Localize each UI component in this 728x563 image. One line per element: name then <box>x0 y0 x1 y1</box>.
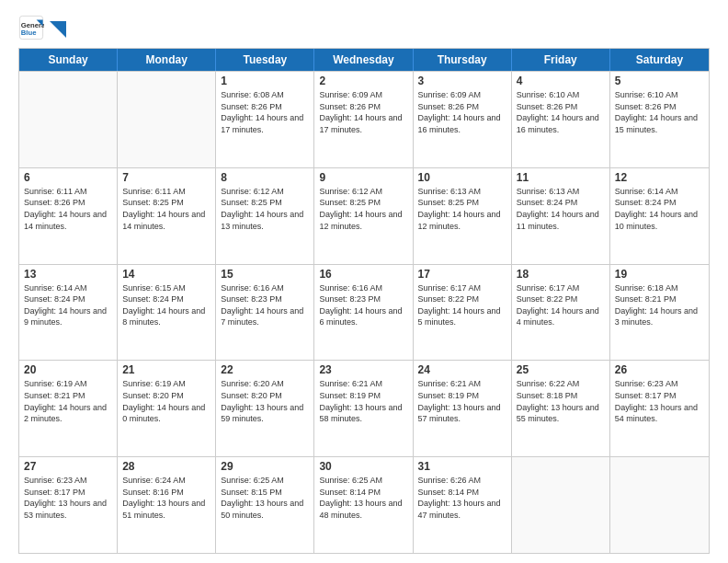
calendar-day-1: 1Sunrise: 6:08 AM Sunset: 8:26 PM Daylig… <box>216 72 314 167</box>
calendar-day-3: 3Sunrise: 6:09 AM Sunset: 8:26 PM Daylig… <box>414 72 512 167</box>
day-number: 6 <box>24 171 112 184</box>
calendar-day-27: 27Sunrise: 6:23 AM Sunset: 8:17 PM Dayli… <box>19 457 118 553</box>
calendar-day-23: 23Sunrise: 6:21 AM Sunset: 8:19 PM Dayli… <box>314 361 413 456</box>
day-info: Sunrise: 6:25 AM Sunset: 8:14 PM Dayligh… <box>319 475 407 521</box>
day-info: Sunrise: 6:14 AM Sunset: 8:24 PM Dayligh… <box>615 186 704 232</box>
day-info: Sunrise: 6:24 AM Sunset: 8:16 PM Dayligh… <box>122 475 210 521</box>
header-day-tuesday: Tuesday <box>216 49 314 71</box>
day-info: Sunrise: 6:12 AM Sunset: 8:25 PM Dayligh… <box>319 186 407 232</box>
calendar-day-2: 2Sunrise: 6:09 AM Sunset: 8:26 PM Daylig… <box>314 72 413 167</box>
calendar-week-2: 6Sunrise: 6:11 AM Sunset: 8:26 PM Daylig… <box>19 167 709 264</box>
calendar-day-empty <box>610 457 709 553</box>
day-info: Sunrise: 6:16 AM Sunset: 8:23 PM Dayligh… <box>319 282 407 328</box>
day-info: Sunrise: 6:21 AM Sunset: 8:19 PM Dayligh… <box>418 378 506 424</box>
calendar-day-9: 9Sunrise: 6:12 AM Sunset: 8:25 PM Daylig… <box>314 168 413 264</box>
logo-icon: General Blue <box>18 15 44 40</box>
day-number: 28 <box>122 460 210 473</box>
day-number: 4 <box>517 75 605 87</box>
header-day-saturday: Saturday <box>610 49 709 71</box>
calendar-day-4: 4Sunrise: 6:10 AM Sunset: 8:26 PM Daylig… <box>512 72 610 167</box>
day-info: Sunrise: 6:19 AM Sunset: 8:20 PM Dayligh… <box>122 378 210 424</box>
calendar-day-18: 18Sunrise: 6:17 AM Sunset: 8:22 PM Dayli… <box>512 265 610 361</box>
calendar-day-13: 13Sunrise: 6:14 AM Sunset: 8:24 PM Dayli… <box>19 265 118 361</box>
header-day-sunday: Sunday <box>19 49 118 71</box>
calendar-day-17: 17Sunrise: 6:17 AM Sunset: 8:22 PM Dayli… <box>414 265 512 361</box>
day-number: 14 <box>122 268 210 281</box>
calendar-day-empty <box>512 457 610 553</box>
calendar-day-31: 31Sunrise: 6:26 AM Sunset: 8:14 PM Dayli… <box>414 457 512 553</box>
calendar-day-8: 8Sunrise: 6:12 AM Sunset: 8:25 PM Daylig… <box>216 168 314 264</box>
day-number: 30 <box>319 460 407 473</box>
svg-text:Blue: Blue <box>21 29 37 37</box>
calendar-day-7: 7Sunrise: 6:11 AM Sunset: 8:25 PM Daylig… <box>118 168 216 264</box>
day-info: Sunrise: 6:25 AM Sunset: 8:15 PM Dayligh… <box>221 475 309 521</box>
calendar-body: 1Sunrise: 6:08 AM Sunset: 8:26 PM Daylig… <box>19 71 709 553</box>
day-number: 9 <box>319 171 407 184</box>
svg-marker-4 <box>50 21 66 38</box>
calendar-header: SundayMondayTuesdayWednesdayThursdayFrid… <box>19 49 709 71</box>
calendar-day-12: 12Sunrise: 6:14 AM Sunset: 8:24 PM Dayli… <box>610 168 709 264</box>
day-number: 23 <box>319 363 407 376</box>
day-number: 26 <box>615 363 704 376</box>
calendar-day-10: 10Sunrise: 6:13 AM Sunset: 8:25 PM Dayli… <box>414 168 512 264</box>
day-info: Sunrise: 6:10 AM Sunset: 8:26 PM Dayligh… <box>615 89 704 135</box>
day-number: 10 <box>418 171 506 184</box>
day-info: Sunrise: 6:12 AM Sunset: 8:25 PM Dayligh… <box>221 186 309 232</box>
header: General Blue <box>18 15 710 40</box>
day-info: Sunrise: 6:13 AM Sunset: 8:25 PM Dayligh… <box>418 186 506 232</box>
day-number: 25 <box>517 363 605 376</box>
day-info: Sunrise: 6:11 AM Sunset: 8:26 PM Dayligh… <box>24 186 112 232</box>
day-info: Sunrise: 6:09 AM Sunset: 8:26 PM Dayligh… <box>418 89 506 135</box>
header-day-monday: Monday <box>118 49 216 71</box>
day-number: 8 <box>221 171 309 184</box>
day-info: Sunrise: 6:21 AM Sunset: 8:19 PM Dayligh… <box>319 378 407 424</box>
day-info: Sunrise: 6:26 AM Sunset: 8:14 PM Dayligh… <box>418 475 506 521</box>
header-day-wednesday: Wednesday <box>314 49 413 71</box>
calendar-day-25: 25Sunrise: 6:22 AM Sunset: 8:18 PM Dayli… <box>512 361 610 456</box>
calendar-day-19: 19Sunrise: 6:18 AM Sunset: 8:21 PM Dayli… <box>610 265 709 361</box>
day-info: Sunrise: 6:09 AM Sunset: 8:26 PM Dayligh… <box>319 89 407 135</box>
day-info: Sunrise: 6:20 AM Sunset: 8:20 PM Dayligh… <box>221 378 309 424</box>
calendar-week-5: 27Sunrise: 6:23 AM Sunset: 8:17 PM Dayli… <box>19 456 709 553</box>
calendar-day-16: 16Sunrise: 6:16 AM Sunset: 8:23 PM Dayli… <box>314 265 413 361</box>
day-number: 12 <box>615 171 704 184</box>
day-info: Sunrise: 6:17 AM Sunset: 8:22 PM Dayligh… <box>517 282 605 328</box>
day-number: 18 <box>517 268 605 281</box>
day-number: 29 <box>221 460 309 473</box>
calendar-week-1: 1Sunrise: 6:08 AM Sunset: 8:26 PM Daylig… <box>19 71 709 167</box>
day-info: Sunrise: 6:10 AM Sunset: 8:26 PM Dayligh… <box>517 89 605 135</box>
day-info: Sunrise: 6:23 AM Sunset: 8:17 PM Dayligh… <box>24 475 112 521</box>
calendar-day-29: 29Sunrise: 6:25 AM Sunset: 8:15 PM Dayli… <box>216 457 314 553</box>
day-number: 1 <box>221 75 309 87</box>
day-number: 5 <box>615 75 704 87</box>
day-number: 2 <box>319 75 407 87</box>
day-number: 16 <box>319 268 407 281</box>
day-number: 11 <box>517 171 605 184</box>
day-info: Sunrise: 6:08 AM Sunset: 8:26 PM Dayligh… <box>221 89 309 135</box>
logo: General Blue <box>18 15 66 40</box>
calendar-week-4: 20Sunrise: 6:19 AM Sunset: 8:21 PM Dayli… <box>19 360 709 456</box>
calendar-day-empty <box>19 72 118 167</box>
calendar-day-26: 26Sunrise: 6:23 AM Sunset: 8:17 PM Dayli… <box>610 361 709 456</box>
calendar-day-5: 5Sunrise: 6:10 AM Sunset: 8:26 PM Daylig… <box>610 72 709 167</box>
header-day-thursday: Thursday <box>414 49 512 71</box>
calendar-day-22: 22Sunrise: 6:20 AM Sunset: 8:20 PM Dayli… <box>216 361 314 456</box>
day-info: Sunrise: 6:22 AM Sunset: 8:18 PM Dayligh… <box>517 378 605 424</box>
day-number: 15 <box>221 268 309 281</box>
day-number: 21 <box>122 363 210 376</box>
calendar-day-20: 20Sunrise: 6:19 AM Sunset: 8:21 PM Dayli… <box>19 361 118 456</box>
calendar: SundayMondayTuesdayWednesdayThursdayFrid… <box>18 48 710 554</box>
calendar-day-6: 6Sunrise: 6:11 AM Sunset: 8:26 PM Daylig… <box>19 168 118 264</box>
calendar-day-15: 15Sunrise: 6:16 AM Sunset: 8:23 PM Dayli… <box>216 265 314 361</box>
calendar-day-empty <box>118 72 216 167</box>
page: General Blue SundayMondayTuesdayWednesda… <box>0 0 728 563</box>
day-number: 3 <box>418 75 506 87</box>
header-day-friday: Friday <box>512 49 610 71</box>
day-number: 17 <box>418 268 506 281</box>
day-info: Sunrise: 6:19 AM Sunset: 8:21 PM Dayligh… <box>24 378 112 424</box>
calendar-week-3: 13Sunrise: 6:14 AM Sunset: 8:24 PM Dayli… <box>19 264 709 361</box>
logo-text <box>48 21 66 34</box>
day-number: 22 <box>221 363 309 376</box>
day-info: Sunrise: 6:23 AM Sunset: 8:17 PM Dayligh… <box>615 378 704 424</box>
calendar-day-14: 14Sunrise: 6:15 AM Sunset: 8:24 PM Dayli… <box>118 265 216 361</box>
